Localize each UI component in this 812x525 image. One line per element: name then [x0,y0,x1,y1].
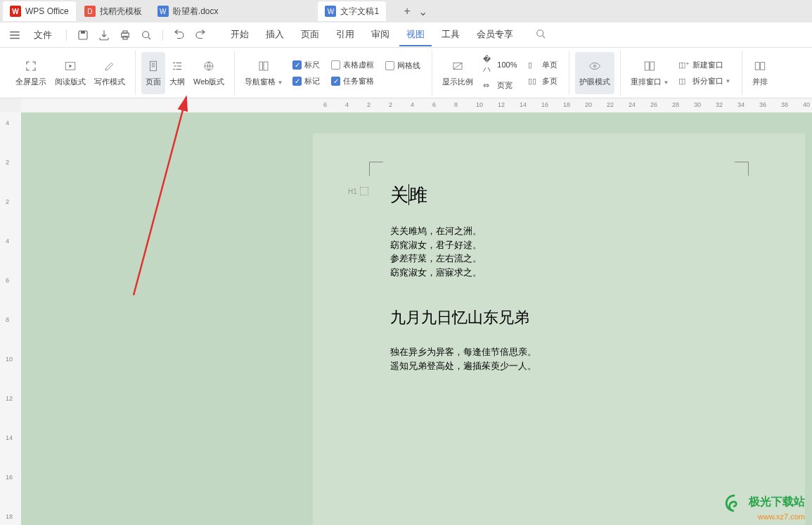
document-page[interactable]: H1 关雎 关关雎鸠，在河之洲。 窈窕淑女，君子好逑。 参差荇菜，左右流之。 窈… [313,134,805,525]
ribbon-label: Web版式 [193,77,224,87]
sidebyside-button[interactable]: 并排 [748,52,772,94]
paragraph[interactable]: 关关雎鸠，在河之洲。 窈窕淑女，君子好逑。 参差荇菜，左右流之。 窈窕淑女，寤寐… [390,224,728,279]
ruler-vertical[interactable]: 422468101214161820 [0,112,21,525]
ribbon-label: 重排窗口▼ [631,77,669,87]
singlepage-icon: ▯ [528,60,539,70]
paragraph[interactable]: 独在异乡为异客，每逢佳节倍思亲。 遥知兄弟登高处，遍插茱萸少一人。 [390,345,728,372]
undo-icon[interactable] [172,27,187,43]
checkbox-icon [331,60,340,70]
svg-rect-1 [81,31,85,34]
print-icon[interactable] [117,27,133,43]
ribbon-label: 并排 [752,77,768,87]
tableframe-checkbox[interactable]: 表格虚框 [328,58,377,72]
preview-icon[interactable] [138,27,154,43]
menu-tools[interactable]: 工具 [434,24,467,46]
menu-start[interactable]: 开始 [224,24,256,46]
svg-rect-10 [259,62,263,70]
svg-rect-14 [645,62,650,70]
tab-label: WPS Office [25,6,69,16]
tab-more-button[interactable]: ⌄ [418,5,432,18]
eyeshield-button[interactable]: 护眼模式 [575,52,614,94]
search-icon[interactable] [534,27,547,42]
singlepage-button[interactable]: ▯单页 [525,58,560,72]
checkbox-checked-icon: ✓ [292,77,302,86]
document-area[interactable]: H1 关雎 关关雎鸠，在河之洲。 窈窕淑女，君子好逑。 参差荇菜，左右流之。 窈… [21,112,812,525]
tab-wps-office[interactable]: W WPS Office [3,1,76,21]
navpane-button[interactable]: 导航窗格▼ [240,52,287,94]
logo-swirl-icon [725,494,743,512]
play-icon [63,58,78,74]
readmode-button[interactable]: 阅读版式 [51,52,90,94]
export-icon[interactable] [96,27,112,43]
ruler-checkbox[interactable]: ✓标尺 [290,58,323,72]
svg-rect-2 [122,33,129,37]
svg-rect-3 [123,31,127,33]
zoom-icon [450,58,465,74]
ratio-icon: �ハ [483,55,494,74]
ribbon-label: 页面 [146,77,161,87]
multipage-button[interactable]: ▯▯多页 [525,74,560,88]
webview-button[interactable]: Web版式 [189,52,228,94]
mark-checkbox[interactable]: ✓标记 [290,74,323,88]
pageview-button[interactable]: 页面 [141,52,165,94]
outline-button[interactable]: 大纲 [165,52,189,94]
word-icon: W [325,6,336,17]
tab-docx[interactable]: W 盼望着.docx [150,1,226,21]
eye-icon [587,58,602,74]
redo-icon[interactable] [193,27,208,43]
newwindow-icon: ◫⁺ [678,60,690,70]
pagewidth-icon: ⇔ [483,81,494,90]
svg-rect-15 [650,62,655,70]
new-window-button[interactable]: ◫⁺新建窗口 [676,58,733,72]
tab-label: 盼望着.docx [173,6,219,18]
ribbon-label: 全屏显示 [15,77,46,87]
ribbon-label: 大纲 [169,77,185,87]
navpane-icon [256,58,271,74]
ribbon-label: 护眼模式 [579,77,610,87]
svg-rect-8 [150,61,157,71]
showratio-button[interactable]: 显示比例 [438,52,477,94]
taskpane-checkbox[interactable]: ✓任务窗格 [328,74,377,88]
ribbon-label: 显示比例 [442,77,473,87]
menu-member[interactable]: 会员专享 [470,24,520,46]
drag-handle-icon[interactable] [360,187,368,195]
margin-marker-icon [369,162,383,176]
tab-bar: W WPS Office D 找稻壳模板 W 盼望着.docx W 文字文稿1 … [0,0,812,22]
svg-rect-16 [756,63,760,70]
svg-rect-11 [264,62,268,70]
menu-view[interactable]: 视图 [399,24,432,46]
tab-template[interactable]: D 找稻壳模板 [77,1,149,21]
heading-2[interactable]: 九月九日忆山东兄弟 [390,307,728,328]
ribbon-label: 阅读版式 [55,77,86,87]
tab-doc1[interactable]: W 文字文稿1 [318,1,386,21]
tab-label: 文字文稿1 [340,6,379,18]
rearrange-window-button[interactable]: 重排窗口▼ [626,52,673,94]
outline-icon [169,58,185,74]
tab-add-button[interactable]: + [399,3,415,20]
tab-label: 找稻壳模板 [100,6,142,18]
file-menu[interactable]: 文件 [27,25,59,46]
word-icon: W [157,6,169,17]
ruler-horizontal[interactable]: 642246810121416182022242628303234363840 [0,98,812,112]
watermark: 极光下载站 www.xz7.com [725,494,805,521]
svg-point-6 [537,30,543,37]
menu-page[interactable]: 页面 [294,24,326,46]
page-icon [146,58,161,74]
menu-reference[interactable]: 引用 [329,24,361,46]
pagewidth-button[interactable]: ⇔页宽 [480,79,520,92]
zoom100-button[interactable]: �ハ100% [480,53,520,76]
gridlines-checkbox[interactable]: 网格线 [382,59,423,72]
workspace: 422468101214161820 H1 关雎 关关雎鸠，在河之洲。 窈窕淑女… [0,112,812,525]
fullscreen-button[interactable]: 全屏显示 [11,52,51,94]
writemode-button[interactable]: 写作模式 [90,52,129,94]
menu-bar: 文件 开始 插入 页面 引用 审阅 视图 工具 会员专享 [0,22,812,48]
fullscreen-icon [23,58,39,74]
margin-marker-icon [735,162,749,176]
menu-insert[interactable]: 插入 [259,24,291,46]
splitwindow-icon: ◫ [678,77,690,86]
menu-hamburger-icon[interactable] [7,27,22,43]
save-icon[interactable] [75,27,91,43]
heading-1[interactable]: H1 关雎 [390,183,728,207]
split-window-button[interactable]: ◫拆分窗口▼ [676,74,733,88]
menu-review[interactable]: 审阅 [364,24,397,46]
